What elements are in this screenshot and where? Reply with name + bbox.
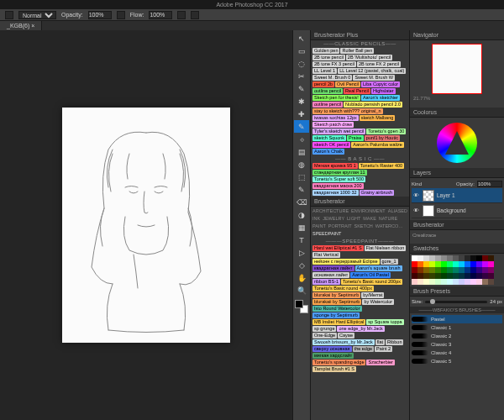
swatch[interactable] (423, 273, 429, 279)
tool-10[interactable]: ◍ (294, 158, 309, 171)
brush-pill[interactable]: the edge (353, 346, 374, 352)
swatch[interactable] (459, 279, 465, 285)
swatch[interactable] (435, 273, 441, 279)
swatch[interactable] (447, 273, 453, 279)
swatch[interactable] (412, 279, 417, 285)
brush-pill[interactable]: pencil 2b (312, 81, 334, 87)
brush-pill[interactable]: Ribbon (386, 339, 403, 345)
brush-pill[interactable]: Tamplat Brush #1 S (312, 366, 356, 372)
swatch[interactable] (470, 267, 476, 273)
swatch[interactable] (447, 261, 453, 267)
swatch[interactable] (453, 261, 459, 267)
brush-pill[interactable]: Praise (347, 135, 364, 141)
brush-pill[interactable]: Tonetto's Raster 400 (359, 163, 404, 169)
brush-pill[interactable]: one edge_by Mr.Jack (337, 326, 384, 332)
swatch[interactable] (453, 273, 459, 279)
brush-pill[interactable]: нейонн с переррамый Eclipse (312, 259, 380, 265)
color-fgbg[interactable] (295, 300, 308, 313)
brush-preset-item[interactable]: Classic 2 (412, 332, 502, 340)
swatch[interactable] (412, 261, 417, 267)
brush-pill[interactable]: основная лайнт (312, 272, 349, 278)
brush-pill[interactable]: Cayae (338, 333, 354, 339)
brush-pill[interactable]: Liba Copyic color (361, 81, 400, 87)
swatch[interactable] (476, 255, 482, 261)
brush-pill[interactable]: Tonetto's Basic round 400px (312, 286, 374, 291)
brush-pill[interactable]: Roller Ball pen (340, 48, 374, 54)
brush-pill[interactable]: Aaron's square brush (355, 265, 402, 271)
brush-pill[interactable]: Tonetto's gpen 30 (366, 129, 406, 134)
swatch[interactable] (417, 261, 423, 267)
visibility-icon[interactable]: 👁 (413, 207, 420, 213)
brush-preset-icon[interactable] (5, 11, 13, 19)
tool-17[interactable]: ▷ (294, 246, 309, 259)
swatch[interactable] (417, 267, 423, 273)
brush-pill[interactable]: Tonetto's spanding edge (312, 360, 365, 365)
swatch[interactable] (423, 279, 429, 285)
brush-pill[interactable]: gore_1 (381, 259, 398, 265)
swatch[interactable] (488, 261, 494, 267)
brush-category[interactable]: PAINT (312, 223, 326, 228)
swatch[interactable] (412, 273, 417, 279)
brush-category[interactable]: MAKE (363, 216, 376, 221)
swatch[interactable] (429, 261, 435, 267)
swatch[interactable] (453, 267, 459, 273)
color-header[interactable]: Coolorus (410, 108, 504, 118)
brush-category[interactable]: PORTRAIT (328, 223, 352, 228)
swatch[interactable] (429, 279, 435, 285)
tool-6[interactable]: ✚ (294, 108, 309, 120)
swatch[interactable] (470, 279, 476, 285)
swatch[interactable] (482, 261, 488, 267)
swatch[interactable] (447, 279, 453, 285)
swatch[interactable] (417, 279, 423, 285)
swatch[interactable] (417, 273, 423, 279)
brush-pill[interactable]: 2B tone FX 2 pencil (357, 61, 401, 67)
swatch[interactable] (488, 273, 494, 279)
brush-category[interactable]: JEWELRY (323, 216, 344, 221)
brush-pill[interactable]: sketch Malbang (360, 115, 396, 121)
swatch[interactable] (482, 255, 488, 261)
brush-pill[interactable]: Isto Round Watercolor (312, 306, 362, 312)
tool-8[interactable]: ⟐ (294, 133, 309, 145)
tool-9[interactable]: ▤ (294, 145, 309, 158)
swatch[interactable] (423, 255, 429, 261)
blend-mode-select[interactable]: Normal (18, 11, 56, 19)
swatch[interactable] (441, 273, 447, 279)
swatch[interactable] (412, 255, 417, 261)
brush-pill[interactable]: Golden pen (312, 48, 339, 54)
opacity-pressure-icon[interactable] (117, 11, 125, 19)
brush-pill[interactable]: One-Edge (312, 333, 337, 339)
brush-pill[interactable]: Aaron's sketchier (361, 95, 400, 101)
brush-pill[interactable]: LL Level 12 (pastel, chalk, coal) (338, 68, 406, 74)
brush-pill[interactable]: квадратная 1000 32 (312, 190, 359, 196)
swatch[interactable] (435, 279, 441, 285)
swatch[interactable] (488, 267, 494, 273)
swatch[interactable] (429, 255, 435, 261)
brush-pill[interactable]: Grainy airbrush (360, 190, 395, 196)
brusherator-header[interactable]: Brusherator (311, 197, 409, 207)
tool-0[interactable]: ↖ (294, 32, 309, 45)
brush-pill[interactable]: blurakai by Septimurb (312, 292, 360, 298)
tool-14[interactable]: ◑ (294, 208, 309, 221)
swatch[interactable] (447, 255, 453, 261)
swatch[interactable] (453, 279, 459, 285)
brush-pill[interactable]: мягкая хардслайт (312, 353, 354, 359)
brush-pill[interactable]: sketch Squonk (312, 135, 346, 141)
layer-row[interactable]: 👁Background (412, 203, 502, 218)
swatch[interactable] (459, 261, 465, 267)
tool-1[interactable]: ▭ (294, 45, 309, 57)
brush-pill[interactable]: Real Pencil (344, 88, 370, 94)
brush-pill[interactable]: Tonetto's Super soft 500 (312, 176, 365, 182)
brush-pill[interactable]: punf1 by Houtic (365, 135, 400, 141)
tool-11[interactable]: ⬚ (294, 171, 309, 183)
brush-category[interactable]: WATERCO… (375, 223, 403, 228)
tool-3[interactable]: ✂ (294, 70, 309, 82)
brush-pill[interactable]: стандартная круглая 11 (312, 170, 367, 176)
brush-pill[interactable]: ribbon BS-1 (312, 279, 340, 285)
brush-pill[interactable]: Swoosh brissom_by Mr.Jack (312, 339, 375, 345)
brush-pill[interactable]: 2B tone pencil (312, 55, 345, 60)
canvas-area[interactable] (0, 30, 292, 420)
brush-category[interactable]: INK (312, 216, 320, 221)
brush-category[interactable]: ARCHITECTURE (312, 208, 349, 213)
swatch[interactable] (476, 267, 482, 273)
brush-pill[interactable]: Flat Nielsen ribbon (365, 245, 407, 251)
